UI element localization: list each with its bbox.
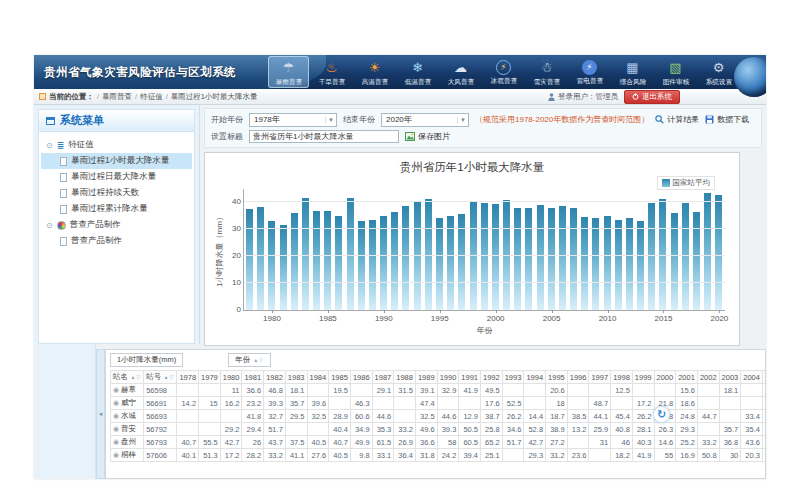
value-cell-水城-1996: 38.5 (567, 410, 589, 423)
start-year-select[interactable]: 1978年 ▼ (249, 113, 337, 127)
nav-item-图件审核[interactable]: ▧图件审核 (655, 56, 696, 88)
chart-bar-1992 (402, 206, 409, 310)
station-id-header[interactable]: 站号 ▲▽ (144, 371, 177, 384)
nav-item-大风普查[interactable]: ☁大风普查 (440, 56, 481, 88)
value-cell-威宁-1990 (437, 397, 459, 410)
value-cell-桐梓-1996: 23.6 (567, 449, 589, 462)
sidebar-header: 系统菜单 (39, 110, 194, 132)
query-toolbar: 开始年份 1978年 ▼ 结束年份 2020年 ▼ （规范采用1978-2020… (204, 108, 762, 148)
breadcrumb-separator: / (166, 92, 168, 101)
sort-filter-icons[interactable]: ▲▽ (128, 374, 141, 380)
nav-item-干旱普查[interactable]: ♨干旱普查 (311, 56, 352, 88)
sidebar-item-暴雨过程持续天数[interactable]: 暴雨过程持续天数 (41, 185, 192, 201)
value-cell-水城-1983: 29.5 (285, 410, 307, 423)
loading-refresh-icon[interactable]: ↻ (653, 406, 670, 423)
station-header[interactable]: 站名 ▲▽ (111, 371, 144, 384)
nav-item-系统设置[interactable]: ⚙系统设置 (698, 56, 739, 88)
x-tick-label: 1990 (375, 314, 393, 323)
value-cell-普安-1978 (177, 423, 199, 436)
end-year-select[interactable]: 2020年 ▼ (381, 113, 469, 127)
start-year-label: 开始年份 (211, 114, 243, 125)
value-cell-普安-2000: 26.3 (654, 423, 676, 436)
column-field-chip[interactable]: 年份 ▲▽ (228, 353, 271, 367)
y-tick-label: 0 (221, 305, 241, 314)
calculate-button[interactable]: 计算结果 (655, 114, 699, 125)
value-cell-水城-1980 (220, 410, 242, 423)
year-header-1994: 1994 (524, 371, 546, 384)
value-cell-盘州-2003: 36.8 (719, 436, 741, 449)
save-image-button[interactable]: 保存图片 (405, 131, 450, 142)
nav-label: 低温普查 (404, 77, 431, 87)
chart-bar-2000 (492, 204, 499, 310)
value-cell-赫章-1996 (567, 384, 589, 397)
value-cell-普安-2002 (697, 423, 719, 436)
value-cell-盘州-1982: 43.7 (264, 436, 286, 449)
sort-filter-icons[interactable]: ▲▽ (253, 357, 264, 363)
value-cell-威宁-1998 (611, 397, 633, 410)
value-cell-水城-1998: 45.4 (611, 410, 633, 423)
x-tick-label: 1985 (319, 314, 337, 323)
year-header-2000: 2000 (654, 371, 676, 384)
value-cell-盘州-2001: 25.2 (676, 436, 698, 449)
value-cell-威宁-1982: 39.3 (264, 397, 286, 410)
document-icon (60, 205, 67, 214)
value-cell-威宁-2004 (741, 397, 763, 410)
sidebar-item-暴雨过程累计降水量[interactable]: 暴雨过程累计降水量 (41, 201, 192, 217)
value-cell-盘州-1987: 61.5 (372, 436, 394, 449)
sidebar-item-普查产品制作[interactable]: 普查产品制作 (41, 233, 192, 249)
value-cell-水城-1984: 32.5 (307, 410, 329, 423)
row-select-icon[interactable]: ◉ (113, 438, 119, 445)
value-cell-赫章-1982: 46.8 (264, 384, 286, 397)
chart-bar-1984 (313, 211, 320, 310)
nav-item-冰雹普查[interactable]: ⚡冰雹普查 (483, 56, 524, 88)
value-cell-赫章-2001: 15.6 (676, 384, 698, 397)
tree-group-特征值[interactable]: ⊙≣特征值 (41, 137, 192, 153)
tree-group-普查产品制作[interactable]: ⊙普查产品制作 (41, 217, 192, 233)
nav-item-高温普查[interactable]: ☀高温普查 (354, 56, 395, 88)
value-cell-普安-1986: 34.9 (350, 423, 372, 436)
nav-label: 暴雨普查 (275, 77, 302, 87)
row-select-icon[interactable]: ◉ (113, 451, 119, 458)
value-cell-桐梓-1978: 40.1 (177, 449, 199, 462)
nav-item-暴雨普查[interactable]: ☂暴雨普查 (268, 56, 309, 88)
value-cell-桐梓-2004: 20.3 (741, 449, 763, 462)
row-select-icon[interactable]: ◉ (113, 425, 119, 432)
sort-filter-icons[interactable]: ▲▽ (161, 374, 174, 380)
sidebar-item-暴雨过程日最大降水量[interactable]: 暴雨过程日最大降水量 (41, 169, 192, 185)
value-cell-普安-1982: 51.7 (264, 423, 286, 436)
year-header-1991: 1991 (459, 371, 481, 384)
value-cell-威宁-1983: 35.7 (285, 397, 307, 410)
color-wheel-icon (57, 221, 66, 230)
value-field-chip[interactable]: 1小时降水量(mm) (110, 353, 183, 367)
nav-item-综合风险[interactable]: ▦综合风险 (612, 56, 653, 88)
value-cell-赫章-1985: 19.5 (329, 384, 351, 397)
row-select-icon[interactable]: ◉ (113, 399, 119, 406)
value-cell-桐梓-1998: 18.2 (611, 449, 633, 462)
value-cell-赫章-1980: 11 (220, 384, 242, 397)
breadcrumb-item[interactable]: 暴雨过程1小时最大降水量 (171, 92, 258, 101)
breadcrumb-item[interactable]: 暴雨普查 (102, 92, 132, 101)
sidebar-item-暴雨过程1小时最大降水量[interactable]: 暴雨过程1小时最大降水量 (41, 153, 192, 169)
value-cell-普安-1983 (285, 423, 307, 436)
collapse-handle[interactable]: ◂ (96, 349, 105, 479)
value-cell-威宁-1999: 17.2 (632, 397, 654, 410)
tree-toggle-icon[interactable]: ⊙ (46, 141, 53, 150)
tree-toggle-icon[interactable]: ⊙ (46, 221, 53, 230)
download-button[interactable]: 数据下载 (705, 114, 749, 125)
value-cell-普安-1980: 29.2 (220, 423, 242, 436)
value-cell-赫章-1992: 49.5 (481, 384, 503, 397)
breadcrumb-item[interactable]: 特征值 (140, 92, 163, 101)
nav-item-雷电普查[interactable]: ⚡雷电普查 (569, 56, 610, 88)
year-header-1980: 1980 (220, 371, 242, 384)
value-cell-赫章-1986 (350, 384, 372, 397)
nav-item-低温普查[interactable]: ❄低温普查 (397, 56, 438, 88)
chart-bar-2019 (704, 193, 711, 310)
value-cell-桐梓-2005: 17.1 (762, 449, 766, 462)
logout-button[interactable]: 退出系统 (624, 90, 680, 104)
row-select-icon[interactable]: ◉ (113, 412, 119, 419)
row-select-icon[interactable]: ◉ (113, 386, 119, 393)
value-cell-威宁-1987 (372, 397, 394, 410)
chart-title-input[interactable] (249, 130, 399, 143)
nav-item-雪灾普查[interactable]: ☃雪灾普查 (526, 56, 567, 88)
value-cell-赫章-2004 (741, 384, 763, 397)
